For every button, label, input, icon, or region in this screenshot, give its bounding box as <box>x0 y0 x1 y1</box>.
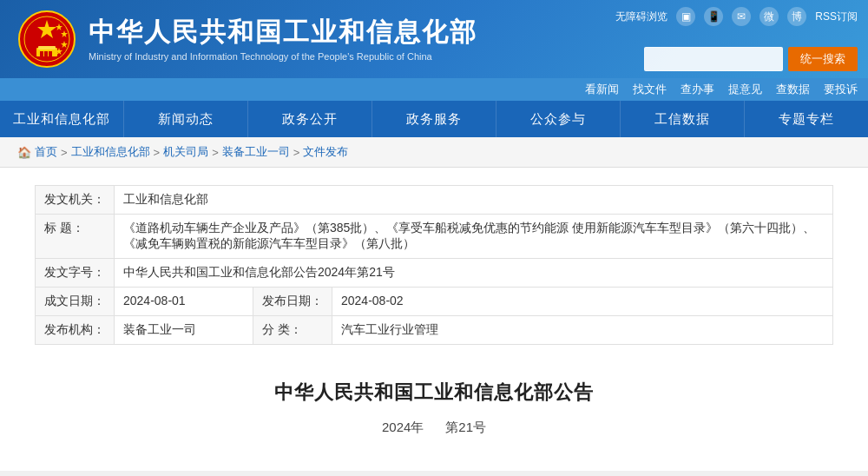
quick-links-bar: 看新闻 找文件 查办事 提意见 查数据 要投诉 <box>0 78 868 101</box>
date-published-label: 发布日期： <box>253 288 332 316</box>
breadcrumb-home[interactable]: 首页 <box>35 144 57 160</box>
doc-number-value: 中华人民共和国工业和信息化部公告2024年第21号 <box>115 259 833 288</box>
weibo-icon[interactable]: 微 <box>760 7 779 26</box>
breadcrumb-dept[interactable]: 装备工业一司 <box>222 144 290 160</box>
mobile-icon[interactable]: 📱 <box>704 7 723 26</box>
search-area: 统一搜索 <box>644 47 858 71</box>
breadcrumb-ministry[interactable]: 工业和信息化部 <box>71 144 150 160</box>
breadcrumb: 🏠 首页 > 工业和信息化部 > 机关司局 > 装备工业一司 > 文件发布 <box>0 137 868 168</box>
quick-link-data[interactable]: 查数据 <box>776 82 810 97</box>
date-created-value: 2024-08-01 <box>115 288 253 316</box>
breadcrumb-sep-3: > <box>212 146 219 159</box>
email-icon[interactable]: ✉ <box>732 7 751 26</box>
logo-title-en: Ministry of Industry and Information Tec… <box>89 51 477 62</box>
quick-link-office[interactable]: 查办事 <box>681 82 714 97</box>
nav-item-openness[interactable]: 政务公开 <box>248 101 372 137</box>
svg-rect-10 <box>44 51 48 56</box>
svg-rect-11 <box>49 51 52 56</box>
svg-rect-8 <box>38 46 56 50</box>
main-nav: 工业和信息化部 新闻动态 政务公开 政务服务 公众参与 工信数据 专题专栏 <box>0 101 868 137</box>
accessibility-label[interactable]: 无障碍浏览 <box>615 10 667 24</box>
issuing-org-label: 发布机构： <box>36 316 115 345</box>
nav-item-ministry[interactable]: 工业和信息化部 <box>0 101 124 137</box>
home-icon: 🏠 <box>17 146 31 159</box>
doc-info-row-dates: 成文日期： 2024-08-01 发布日期： 2024-08-02 <box>36 288 833 316</box>
doc-number: 第21号 <box>445 420 486 434</box>
quick-link-files[interactable]: 找文件 <box>633 82 667 97</box>
doc-info-row-subject: 标 题： 《道路机动车辆生产企业及产品》（第385批）、《享受车船税减免优惠的节… <box>36 215 833 259</box>
breadcrumb-bureau[interactable]: 机关司局 <box>163 144 208 160</box>
issuer-value: 工业和信息化部 <box>115 186 833 215</box>
top-bar: 中华人民共和国工业和信息化部 Ministry of Industry and … <box>0 0 868 78</box>
doc-title-section: 中华人民共和国工业和信息化部公告 2024年 第21号 <box>35 362 833 445</box>
logo-title-cn: 中华人民共和国工业和信息化部 <box>89 17 477 48</box>
issuing-org-value: 装备工业一司 <box>115 316 253 345</box>
quick-link-opinion[interactable]: 提意见 <box>728 82 762 97</box>
nav-item-data[interactable]: 工信数据 <box>621 101 745 137</box>
top-right: 无障碍浏览 ▣ 📱 ✉ 微 博 RSS订阅 统一搜索 <box>615 0 868 78</box>
search-input[interactable] <box>644 47 783 71</box>
subject-label: 标 题： <box>36 215 115 259</box>
nav-item-news[interactable]: 新闻动态 <box>124 101 248 137</box>
quick-link-news[interactable]: 看新闻 <box>585 82 619 97</box>
search-button[interactable]: 统一搜索 <box>788 47 858 71</box>
doc-year: 2024年 <box>382 420 424 434</box>
quick-link-complaint[interactable]: 要投诉 <box>824 82 858 97</box>
monitor-icon[interactable]: ▣ <box>676 7 695 26</box>
doc-info-row-number: 发文字号： 中华人民共和国工业和信息化部公告2024年第21号 <box>36 259 833 288</box>
logo-text-area: 中华人民共和国工业和信息化部 Ministry of Industry and … <box>89 17 477 62</box>
accessibility-bar: 无障碍浏览 ▣ 📱 ✉ 微 博 RSS订阅 <box>615 7 858 26</box>
logo-area: 中华人民共和国工业和信息化部 Ministry of Industry and … <box>0 0 615 78</box>
breadcrumb-sep-4: > <box>293 146 300 159</box>
breadcrumb-release[interactable]: 文件发布 <box>303 144 348 160</box>
subject-value: 《道路机动车辆生产企业及产品》（第385批）、《享受车船税减免优惠的节约能源 使… <box>115 215 833 259</box>
nav-item-special[interactable]: 专题专栏 <box>745 101 868 137</box>
content-area: 发文机关： 工业和信息化部 标 题： 《道路机动车辆生产企业及产品》（第385批… <box>0 168 868 471</box>
breadcrumb-sep-2: > <box>154 146 161 159</box>
doc-main-title: 中华人民共和国工业和信息化部公告 <box>35 380 833 406</box>
doc-info-row-org-cat: 发布机构： 装备工业一司 分 类： 汽车工业行业管理 <box>36 316 833 345</box>
doc-number-label: 发文字号： <box>36 259 115 288</box>
category-label: 分 类： <box>253 316 332 345</box>
rss-label[interactable]: RSS订阅 <box>815 10 858 24</box>
nav-item-services[interactable]: 政务服务 <box>372 101 496 137</box>
date-created-label: 成文日期： <box>36 288 115 316</box>
logo-emblem <box>17 10 76 69</box>
issuer-label: 发文机关： <box>36 186 115 215</box>
doc-number-display: 2024年 第21号 <box>35 420 833 436</box>
nav-item-participation[interactable]: 公众参与 <box>496 101 621 137</box>
svg-rect-9 <box>40 51 43 56</box>
doc-info-row-issuer: 发文机关： 工业和信息化部 <box>36 186 833 215</box>
doc-info-table: 发文机关： 工业和信息化部 标 题： 《道路机动车辆生产企业及产品》（第385批… <box>35 185 833 345</box>
wechat-icon[interactable]: 博 <box>787 7 806 26</box>
category-value: 汽车工业行业管理 <box>332 316 833 345</box>
breadcrumb-sep-1: > <box>61 146 68 159</box>
date-published-value: 2024-08-02 <box>332 288 833 316</box>
